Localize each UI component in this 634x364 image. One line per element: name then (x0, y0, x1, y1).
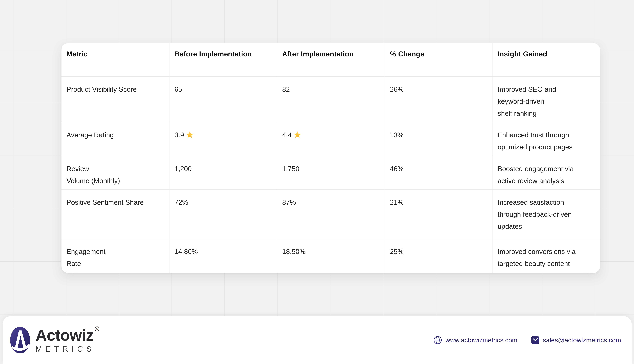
cell-percent-change: 46% (385, 156, 492, 190)
cell-insight: Improved conversions via targeted beauty… (492, 239, 600, 273)
website-url: www.actowizmetrics.com (446, 336, 518, 344)
cell-insight: Enhanced trust through optimized product… (492, 122, 600, 156)
cell-after-value: 18.50% (277, 239, 385, 273)
column-header-before: Before Implementation (169, 43, 277, 77)
globe-icon (433, 336, 442, 344)
cell-before-value: 14.80% (169, 239, 277, 273)
cell-insight: Boosted engagement via active review ana… (492, 156, 600, 190)
cell-metric: Positive Sentiment Share (62, 190, 169, 239)
footer-contact: www.actowizmetrics.com sales@actowizmetr… (433, 316, 621, 364)
cell-after-value: 87% (277, 190, 385, 239)
brand-name: Actowiz (36, 327, 94, 343)
email-address: sales@actowizmetrics.com (543, 336, 621, 344)
cell-before-value: 1,200 (169, 156, 277, 190)
cell-percent-change: 21% (385, 190, 492, 239)
column-header-label: Before Implementation (174, 50, 252, 58)
cell-before-value: 3.9 (169, 122, 277, 156)
star-icon (186, 131, 193, 138)
column-header-label: After Implementation (282, 50, 354, 58)
cell-metric: Average Rating (62, 122, 169, 156)
brand-logo: Actowiz TM METRICS (10, 316, 99, 364)
brand-subtitle: METRICS (36, 345, 99, 353)
cell-after-value: 82 (277, 77, 385, 122)
page-background: { "table": { "headers": ["Metric", "Befo… (0, 0, 634, 364)
column-header-after: After Implementation (277, 43, 385, 77)
footer-bar: Actowiz TM METRICS www.actowizmetrics.co… (3, 316, 631, 364)
column-header-label: Insight Gained (498, 50, 547, 58)
star-icon (294, 131, 301, 138)
website-link[interactable]: www.actowizmetrics.com (433, 336, 518, 344)
cell-metric: Review Volume (Monthly) (62, 156, 169, 190)
column-header-insight: Insight Gained (492, 43, 600, 77)
cell-percent-change: 25% (385, 239, 492, 273)
comparison-table-card: Metric Before Implementation After Imple… (62, 43, 600, 273)
cell-after-value: 1,750 (277, 156, 385, 190)
cell-metric: Product Visibility Score (62, 77, 169, 122)
column-header-label: Metric (67, 50, 88, 58)
column-header-metric: Metric (62, 43, 169, 77)
cell-insight: Increased satisfaction through feedback-… (492, 190, 600, 239)
cell-before-value: 65 (169, 77, 277, 122)
column-header-change: % Change (385, 43, 492, 77)
trademark-badge: TM (95, 326, 99, 331)
cell-after-value: 4.4 (277, 122, 385, 156)
cell-before-value: 72% (169, 190, 277, 239)
actowiz-logo-mark (10, 327, 30, 354)
column-header-label: % Change (390, 50, 424, 58)
mail-icon (531, 336, 539, 344)
cell-percent-change: 13% (385, 122, 492, 156)
cell-insight: Improved SEO and keyword-driven shelf ra… (492, 77, 600, 122)
email-link[interactable]: sales@actowizmetrics.com (531, 336, 621, 344)
cell-percent-change: 26% (385, 77, 492, 122)
cell-metric: Engagement Rate (62, 239, 169, 273)
